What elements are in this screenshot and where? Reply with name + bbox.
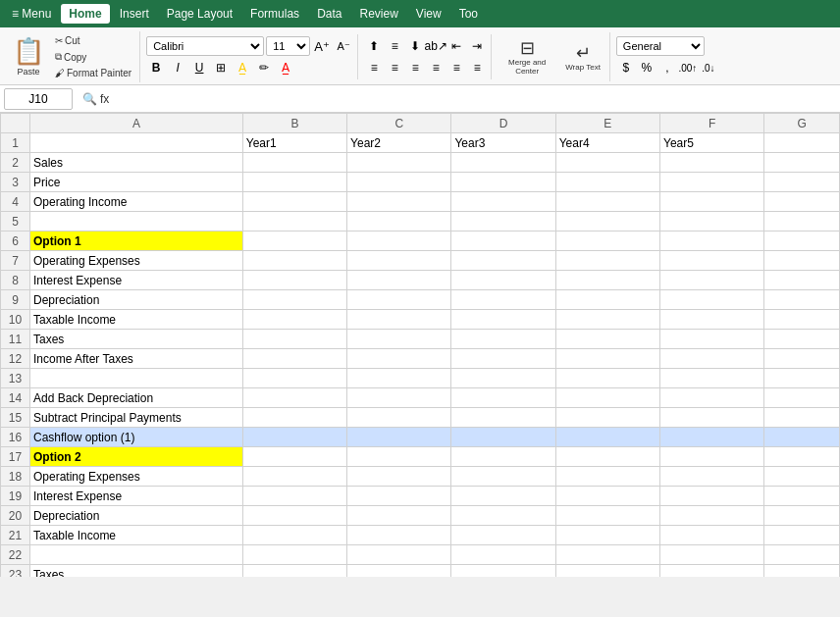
cell-d18[interactable] (451, 467, 555, 487)
cell-f18[interactable] (659, 467, 763, 487)
cell-a19[interactable]: Interest Expense (30, 487, 243, 506)
font-color-button[interactable]: A̲ (276, 58, 295, 77)
cell-e6[interactable] (555, 231, 659, 251)
cell-e13[interactable] (555, 369, 659, 388)
cell-a7[interactable]: Operating Expenses (30, 251, 243, 271)
tab-data[interactable]: Data (309, 4, 349, 24)
cell-f7[interactable] (659, 251, 763, 271)
cell-e5[interactable] (555, 212, 659, 231)
align-left2-button[interactable]: ≡ (446, 58, 466, 77)
underline-button[interactable]: U (189, 58, 209, 77)
cell-e22[interactable] (555, 545, 659, 565)
col-header-d[interactable]: D (451, 114, 555, 133)
cell-b13[interactable] (242, 369, 346, 388)
cell-b3[interactable] (242, 173, 346, 192)
cell-c15[interactable] (347, 408, 451, 428)
cell-b20[interactable] (242, 506, 346, 526)
align-center-button[interactable]: ≡ (385, 58, 404, 77)
cell-c22[interactable] (347, 545, 451, 565)
cell-a5[interactable] (30, 212, 243, 231)
cell-d14[interactable] (451, 388, 555, 408)
cell-b23[interactable] (242, 565, 346, 578)
cell-b2[interactable] (242, 153, 346, 173)
cell-c21[interactable] (347, 526, 451, 545)
cell-c6[interactable] (347, 231, 451, 251)
cell-e18[interactable] (555, 467, 659, 487)
col-header-b[interactable]: B (242, 114, 346, 133)
cell-g1[interactable] (764, 133, 840, 153)
cell-b4[interactable] (242, 192, 346, 212)
tab-pagelayout[interactable]: Page Layout (159, 4, 240, 24)
cell-a8[interactable]: Interest Expense (30, 271, 243, 290)
format-painter-button[interactable]: 🖌 Format Painter (51, 66, 135, 80)
cell-a21[interactable]: Taxable Income (30, 526, 243, 545)
cell-a3[interactable]: Price (30, 173, 243, 192)
comma-button[interactable]: , (657, 58, 677, 77)
cell-f19[interactable] (659, 487, 763, 506)
cell-a16[interactable]: Cashflow option (1) (30, 428, 243, 447)
cell-a6[interactable]: Option 1 (30, 231, 243, 251)
cell-c14[interactable] (347, 388, 451, 408)
cell-f8[interactable] (659, 271, 763, 290)
cell-d3[interactable] (451, 173, 555, 192)
cell-g10[interactable] (764, 310, 840, 330)
cell-e20[interactable] (555, 506, 659, 526)
borders-button[interactable]: ⊞ (211, 58, 231, 77)
menu-button[interactable]: ≡ Menu (4, 4, 59, 24)
cell-f1[interactable]: Year5 (659, 133, 763, 153)
fill-color-button[interactable]: A̲ (233, 58, 252, 77)
spreadsheet[interactable]: A B C D E F G 1Year1Year2Year3Year4Year5… (0, 113, 840, 577)
cell-f17[interactable] (659, 447, 763, 467)
cell-g8[interactable] (764, 271, 840, 290)
currency-button[interactable]: $ (616, 58, 636, 77)
cell-c12[interactable] (347, 349, 451, 369)
cell-e11[interactable] (555, 330, 659, 349)
cell-e3[interactable] (555, 173, 659, 192)
cell-d1[interactable]: Year3 (451, 133, 555, 153)
cell-b15[interactable] (242, 408, 346, 428)
cell-g18[interactable] (764, 467, 840, 487)
cell-reference-input[interactable]: J10 (4, 88, 73, 110)
cell-b22[interactable] (242, 545, 346, 565)
cell-b16[interactable] (242, 428, 346, 447)
cell-b9[interactable] (242, 290, 346, 310)
cell-g17[interactable] (764, 447, 840, 467)
cell-d11[interactable] (451, 330, 555, 349)
cell-c19[interactable] (347, 487, 451, 506)
cell-g14[interactable] (764, 388, 840, 408)
align-right2-button[interactable]: ≡ (467, 58, 487, 77)
cell-c5[interactable] (347, 212, 451, 231)
cell-f12[interactable] (659, 349, 763, 369)
cell-e7[interactable] (555, 251, 659, 271)
cell-e10[interactable] (555, 310, 659, 330)
cell-b1[interactable]: Year1 (242, 133, 346, 153)
cell-c9[interactable] (347, 290, 451, 310)
decimal-inc-button[interactable]: .00↑ (678, 58, 698, 77)
decimal-dec-button[interactable]: .0↓ (699, 58, 718, 77)
cell-a13[interactable] (30, 369, 243, 388)
cell-d20[interactable] (451, 506, 555, 526)
cell-b8[interactable] (242, 271, 346, 290)
cell-a22[interactable] (30, 545, 243, 565)
cell-g11[interactable] (764, 330, 840, 349)
cell-e4[interactable] (555, 192, 659, 212)
cell-f2[interactable] (659, 153, 763, 173)
indent-inc-button[interactable]: ⇥ (467, 36, 487, 56)
cell-b12[interactable] (242, 349, 346, 369)
align-bottom-button[interactable]: ⬇ (405, 36, 425, 56)
cell-e9[interactable] (555, 290, 659, 310)
align-left-button[interactable]: ≡ (364, 58, 384, 77)
cell-c16[interactable] (347, 428, 451, 447)
align-middle-button[interactable]: ≡ (385, 36, 404, 56)
cell-g3[interactable] (764, 173, 840, 192)
cell-a15[interactable]: Subtract Principal Payments (30, 408, 243, 428)
col-header-c[interactable]: C (347, 114, 451, 133)
cell-b10[interactable] (242, 310, 346, 330)
col-header-g[interactable]: G (764, 114, 840, 133)
cell-g9[interactable] (764, 290, 840, 310)
bold-button[interactable]: B (146, 58, 166, 77)
cell-e12[interactable] (555, 349, 659, 369)
cell-b6[interactable] (242, 231, 346, 251)
cell-g5[interactable] (764, 212, 840, 231)
cell-b14[interactable] (242, 388, 346, 408)
